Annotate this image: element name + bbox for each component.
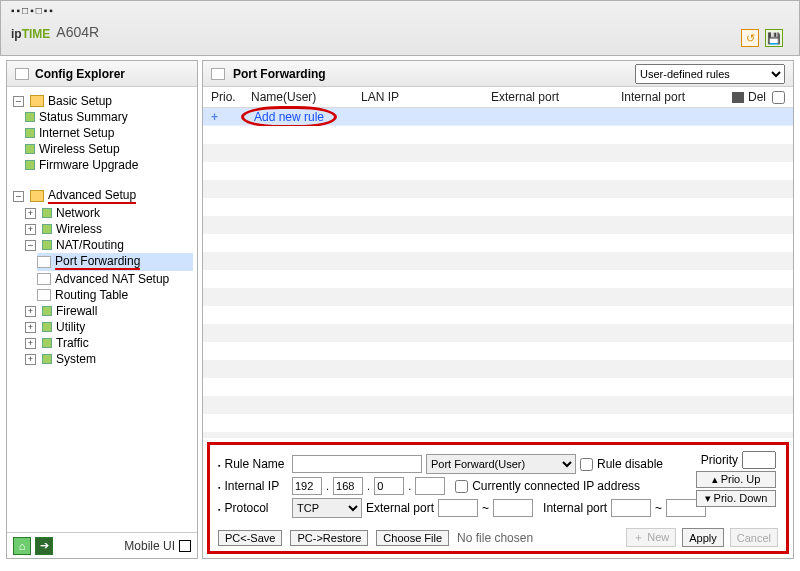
external-port-end[interactable] [493, 499, 533, 517]
tree-label: Status Summary [39, 110, 128, 124]
tree-wireless-setup[interactable]: Wireless Setup [25, 141, 193, 157]
tree-label: Port Forwarding [55, 254, 140, 270]
leaf-icon [42, 338, 52, 348]
tree-label: Traffic [56, 336, 89, 350]
ip-octet-1[interactable] [292, 477, 322, 495]
collapse-icon[interactable]: – [13, 96, 24, 107]
tree-firmware-upgrade[interactable]: Firmware Upgrade [25, 157, 193, 173]
no-file-label: No file chosen [457, 531, 533, 545]
priority-controls: Priority ▴ Prio. Up ▾ Prio. Down [696, 451, 776, 509]
folder-icon [30, 190, 44, 202]
leaf-icon [42, 224, 52, 234]
tree-network[interactable]: +Network [25, 205, 193, 221]
tree-status-summary[interactable]: Status Summary [25, 109, 193, 125]
save-icon[interactable]: 💾 [765, 29, 783, 47]
tree-wireless[interactable]: +Wireless [25, 221, 193, 237]
expand-icon[interactable]: + [25, 354, 36, 365]
app-header: ▪▪□▪□▪▪ ipTIME A604R ↺ 💾 [0, 0, 800, 56]
tree-label: System [56, 352, 96, 366]
rule-name-input[interactable] [292, 455, 422, 473]
protocol-select[interactable]: TCP [292, 498, 362, 518]
main-panel: Port Forwarding User-defined rules Prio.… [202, 60, 794, 559]
ip-octet-3[interactable] [374, 477, 404, 495]
pc-save-button[interactable]: PC<-Save [218, 530, 282, 546]
col-name: Name(User) [251, 90, 361, 104]
leaf-icon [25, 144, 35, 154]
tree-basic-setup[interactable]: – Basic Setup [13, 93, 193, 109]
current-ip-checkbox[interactable] [455, 480, 468, 493]
pc-restore-button[interactable]: PC->Restore [290, 530, 368, 546]
rule-disable-label: Rule disable [597, 457, 663, 471]
expand-icon[interactable]: + [25, 224, 36, 235]
rule-type-select-form[interactable]: Port Forward(User) [426, 454, 576, 474]
expand-icon[interactable]: + [25, 306, 36, 317]
cancel-button[interactable]: Cancel [730, 528, 778, 547]
tree-header-icon [15, 68, 29, 80]
panel-header: Port Forwarding User-defined rules [203, 61, 793, 87]
leaf-icon [42, 354, 52, 364]
tree-footer: ⌂ ➔ Mobile UI [7, 532, 197, 558]
tree-label: Network [56, 206, 100, 220]
external-port-start[interactable] [438, 499, 478, 517]
expand-icon[interactable]: + [25, 338, 36, 349]
rule-list-empty [203, 126, 793, 438]
tree-label: Advanced Setup [48, 188, 136, 204]
expand-icon[interactable]: + [25, 208, 36, 219]
tree-routing-table[interactable]: Routing Table [37, 287, 193, 303]
delete-all-checkbox[interactable] [772, 91, 785, 104]
tilde: ~ [655, 501, 662, 515]
leaf-icon [42, 240, 52, 250]
leaf-icon [42, 208, 52, 218]
tree-advanced-setup[interactable]: – Advanced Setup [13, 187, 193, 205]
tilde: ~ [482, 501, 489, 515]
add-new-rule-row[interactable]: + Add new rule [203, 108, 793, 126]
ip-octet-2[interactable] [333, 477, 363, 495]
tree-utility[interactable]: +Utility [25, 319, 193, 335]
tree-label: NAT/Routing [56, 238, 124, 252]
tree-label: Internet Setup [39, 126, 114, 140]
page-icon [37, 289, 51, 301]
choose-file-button[interactable]: Choose File [376, 530, 449, 546]
collapse-icon[interactable]: – [25, 240, 36, 251]
home-icon[interactable]: ⌂ [13, 537, 31, 555]
tree-label: Wireless [56, 222, 102, 236]
tree-label: Wireless Setup [39, 142, 120, 156]
priority-up-button[interactable]: ▴ Prio. Up [696, 471, 776, 488]
save-rules-icon[interactable] [732, 92, 744, 103]
tree-header-title: Config Explorer [35, 67, 125, 81]
col-int: Internal port [621, 90, 721, 104]
refresh-icon[interactable]: ↺ [741, 29, 759, 47]
priority-down-button[interactable]: ▾ Prio. Down [696, 490, 776, 507]
internal-port-start[interactable] [611, 499, 651, 517]
tree-system[interactable]: +System [25, 351, 193, 367]
logout-icon[interactable]: ➔ [35, 537, 53, 555]
add-new-rule-link[interactable]: Add new rule [241, 106, 337, 128]
tree-port-forwarding[interactable]: Port Forwarding [37, 253, 193, 271]
rule-disable-checkbox[interactable] [580, 458, 593, 471]
internal-ip-label: Internal IP [218, 479, 288, 493]
col-del: Del [748, 90, 766, 104]
collapse-icon[interactable]: – [13, 191, 24, 202]
tree-internet-setup[interactable]: Internet Setup [25, 125, 193, 141]
tree-traffic[interactable]: +Traffic [25, 335, 193, 351]
apply-button[interactable]: Apply [682, 528, 724, 547]
ip-octet-4[interactable] [415, 477, 445, 495]
col-prio: Prio. [211, 90, 251, 104]
tree-advanced-nat-setup[interactable]: Advanced NAT Setup [37, 271, 193, 287]
logo-time: TIME [22, 27, 51, 41]
internal-port-label: Internal port [543, 501, 607, 515]
panel-title: Port Forwarding [233, 67, 326, 81]
new-button[interactable]: ＋ New [626, 528, 676, 547]
tree-nat-routing[interactable]: –NAT/Routing [25, 237, 193, 253]
tree-label: Firmware Upgrade [39, 158, 138, 172]
logo-ip: ip [11, 27, 22, 41]
mobile-icon[interactable] [179, 540, 191, 552]
leaf-icon [25, 112, 35, 122]
expand-icon[interactable]: + [25, 322, 36, 333]
mobile-ui-label: Mobile UI [124, 539, 175, 553]
page-icon [37, 256, 51, 268]
priority-input[interactable] [742, 451, 776, 469]
plus-icon: + [211, 110, 241, 124]
rule-type-select[interactable]: User-defined rules [635, 64, 785, 84]
tree-firewall[interactable]: +Firewall [25, 303, 193, 319]
